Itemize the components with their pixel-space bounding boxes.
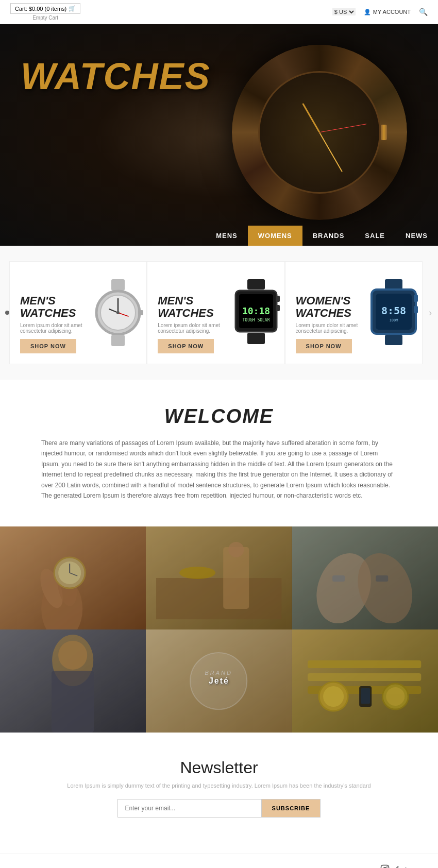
footer-nav: PRIVACY TERMS SHOP ABOUT CONTACT f t (0, 854, 438, 868)
nav-brands[interactable]: BRANDS (302, 226, 355, 246)
watch-crown (381, 125, 387, 140)
photo-cell-2[interactable] (146, 526, 292, 629)
my-account-link[interactable]: 👤 MY ACCOUNT (364, 9, 411, 15)
photo-cell-1[interactable] (0, 526, 146, 629)
subscribe-button[interactable]: SUBSCRIBE (262, 799, 321, 818)
slide-desc-3: Lorem ipsum dolor sit amet consectetur a… (296, 322, 360, 334)
second-hand (319, 124, 367, 132)
top-right: $ US € EU 👤 MY ACCOUNT 🔍 (332, 8, 428, 16)
dot-1[interactable] (5, 311, 9, 315)
photo-cell-3[interactable] (292, 526, 438, 629)
slider-section: MEN'SWATCHES Lorem ipsum dolor sit amet … (0, 246, 438, 380)
instagram-icon[interactable] (380, 864, 390, 868)
svg-rect-0 (111, 279, 125, 291)
main-nav: MENS WOMENS BRANDS SALE NEWS (206, 226, 438, 246)
slide-desc-2: Lorem ipsum dolor sit amet consectetur a… (158, 322, 222, 334)
empty-cart-text: Empty Cart (32, 15, 58, 21)
photo-cell-5[interactable]: BRAND EST. 1905 Jeté (146, 629, 292, 733)
slide-1: MEN'SWATCHES Lorem ipsum dolor sit amet … (9, 261, 147, 364)
photo-overlay-1 (0, 526, 146, 629)
svg-rect-16 (247, 333, 265, 344)
welcome-text: There are many variations of passages of… (41, 438, 397, 501)
shop-btn-2[interactable]: SHOP NOW (158, 339, 214, 353)
svg-rect-22 (414, 295, 418, 302)
cart-icon: 🛒 (69, 5, 76, 12)
svg-point-63 (386, 866, 388, 867)
account-icon: 👤 (364, 9, 371, 15)
newsletter-form: SUBSCRIBE (41, 799, 397, 818)
hour-hand (302, 103, 320, 133)
photo-overlay-6 (292, 629, 438, 733)
photo-label-5: Jeté (209, 676, 229, 686)
svg-rect-14 (276, 296, 280, 302)
slide-title-1: MEN'SWATCHES (20, 295, 136, 319)
hero-section: WATCHES MENS WOMENS BRANDS SALE NEWS MEN… (0, 24, 438, 246)
currency-select[interactable]: $ US € EU (332, 8, 356, 15)
newsletter-desc: Lorem Ipsum is simply dummy text of the … (41, 782, 397, 789)
welcome-title: WELCOME (41, 405, 397, 428)
slide-3: 8:58 100M WOMEN'SWATCHES Lorem ipsum dol… (285, 261, 423, 364)
cart-button[interactable]: Cart: $0.00 (0 items) 🛒 (10, 3, 80, 14)
photo-grid: BRAND EST. 1905 Jeté (0, 526, 438, 733)
slide-desc-1: Lorem ipsum dolor sit amet consectetur a… (20, 322, 84, 334)
nav-mens[interactable]: MENS (206, 226, 248, 246)
search-button[interactable]: 🔍 (419, 8, 428, 16)
newsletter-section: Newsletter Lorem Ipsum is simply dummy t… (0, 733, 438, 843)
svg-rect-15 (276, 305, 280, 311)
photo-overlay-5: Jeté (146, 629, 292, 733)
nav-womens[interactable]: WOMENS (248, 226, 302, 246)
svg-rect-17 (385, 279, 402, 290)
newsletter-title: Newsletter (41, 758, 397, 777)
newsletter-input[interactable] (117, 799, 262, 818)
shop-btn-3[interactable]: SHOP NOW (296, 339, 352, 353)
cart-area: Cart: $0.00 (0 items) 🛒 Empty Cart (10, 3, 80, 21)
watch-inner (232, 45, 407, 220)
hero-watch (232, 45, 407, 220)
watch-hands (260, 73, 379, 192)
welcome-section: WELCOME There are many variations of pas… (0, 380, 438, 526)
photo-overlay-2 (146, 526, 292, 629)
slide-2: 10:18 TOUGH SOLAR MEN'SWATCHES Lorem ips… (147, 261, 284, 364)
photo-cell-6[interactable] (292, 629, 438, 733)
watch-face (258, 71, 381, 194)
cart-label: Cart: $0.00 (0 items) (15, 6, 66, 12)
svg-rect-23 (414, 306, 418, 313)
social-icons: f t (380, 864, 407, 868)
nav-news[interactable]: NEWS (395, 226, 438, 246)
hero-title: WATCHES (21, 55, 211, 97)
my-account-label: MY ACCOUNT (373, 9, 411, 15)
svg-rect-8 (111, 335, 125, 346)
facebook-icon[interactable]: f (396, 865, 398, 868)
shop-btn-1[interactable]: SHOP NOW (20, 339, 76, 353)
slide-title-3: WOMEN'SWATCHES (296, 295, 412, 319)
svg-rect-3 (138, 310, 143, 315)
twitter-icon[interactable]: t (405, 866, 407, 868)
svg-rect-9 (247, 279, 265, 290)
slide-title-2: MEN'SWATCHES (158, 295, 274, 319)
slider-track: MEN'SWATCHES Lorem ipsum dolor sit amet … (9, 261, 423, 364)
photo-overlay-3 (292, 526, 438, 629)
slider-next-arrow[interactable]: › (423, 308, 438, 318)
nav-sale[interactable]: SALE (355, 226, 395, 246)
svg-rect-24 (385, 335, 402, 345)
photo-overlay-4 (0, 629, 146, 733)
minute-hand (319, 132, 343, 172)
top-bar: Cart: $0.00 (0 items) 🛒 Empty Cart $ US … (0, 0, 438, 24)
photo-cell-4[interactable] (0, 629, 146, 733)
dot-nav (0, 311, 9, 315)
